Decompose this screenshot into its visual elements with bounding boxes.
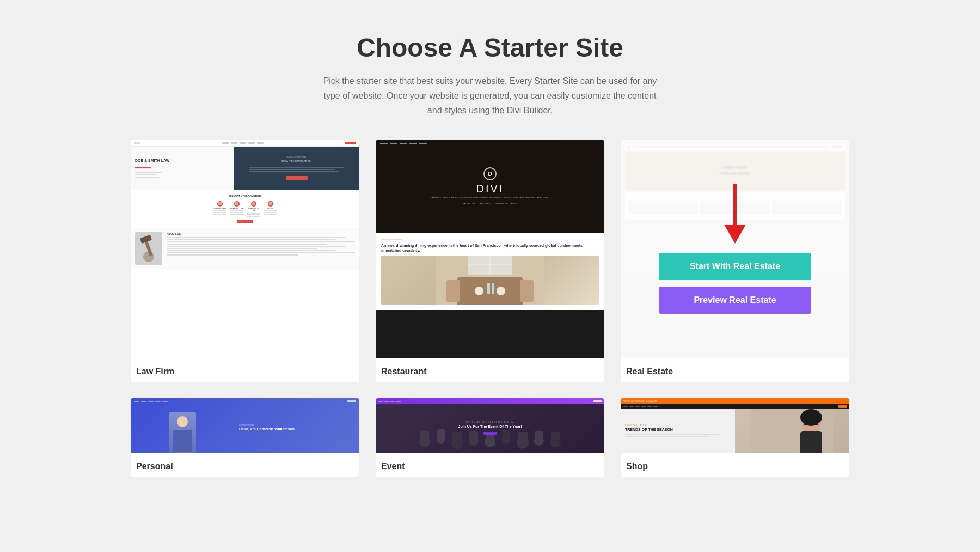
page-title: Choose A Starter Site — [131, 33, 849, 63]
lf-icon — [217, 201, 223, 207]
law-firm-preview: DOE & SMITH LAW BUILDING EXCEPTIONAL GET… — [131, 140, 359, 358]
svg-rect-37 — [800, 431, 822, 453]
lf-hero: DOE & SMITH LAW BUILDING EXCEPTIONAL GET… — [131, 147, 359, 190]
lf-about-line — [167, 241, 355, 242]
lf-hero-right-title: GET A FREE CONSULTATION — [281, 160, 311, 162]
lf-icon-line — [264, 210, 277, 211]
svg-rect-24 — [469, 431, 478, 444]
real-estate-card[interactable]: FIND YOURDREAM HOME Our Listings — [621, 140, 849, 382]
svg-rect-32 — [535, 431, 543, 444]
lf-about-line — [167, 250, 336, 251]
personal-card[interactable]: Business Consultant Hello, I'm Cameron W… — [131, 398, 359, 477]
lf-about-lines — [167, 237, 355, 256]
lf-about-title: ABOUT US — [167, 232, 355, 235]
lf-about-line — [167, 244, 327, 245]
personal-preview: Business Consultant Hello, I'm Cameron W… — [131, 398, 359, 453]
cards-grid: DOE & SMITH LAW BUILDING EXCEPTIONAL GET… — [131, 140, 849, 382]
rest-logo: D — [483, 167, 497, 180]
lf-about-img — [135, 232, 162, 265]
rest-content-tag: DINING EXPERIENCE — [381, 238, 599, 241]
svg-point-8 — [497, 287, 505, 295]
rest-hero: D DIVI IMMERSE YOURSELF IN A WORLD OF EX… — [376, 140, 604, 233]
rest-nav — [376, 140, 604, 148]
lf-icon-line — [230, 212, 243, 213]
restaurant-preview: D DIVI IMMERSE YOURSELF IN A WORLD OF EX… — [376, 140, 604, 358]
svg-point-7 — [475, 287, 483, 295]
shop-hero-title: TRENDS OF THE SEASON — [625, 428, 731, 432]
lf-icon — [268, 201, 273, 207]
lf-hero-left: DOE & SMITH LAW — [131, 147, 234, 190]
lf-nav-links — [222, 142, 264, 144]
lf-about-line — [167, 248, 317, 249]
shop-label: Shop — [621, 453, 849, 477]
lf-hero-right: BUILDING EXCEPTIONAL GET A FREE CONSULTA… — [234, 147, 359, 190]
lf-icon-line — [213, 210, 226, 211]
event-title: Join Us For The Event Of The Year! — [458, 424, 522, 429]
preview-real-estate-button[interactable]: Preview Real Estate — [659, 287, 811, 314]
rest-info-item: SAT-SUN: 11PM — [463, 203, 475, 205]
svg-rect-9 — [487, 283, 490, 294]
event-card[interactable]: SEPTEMBER 5TH, SAN FRANCISCO, CA Join Us… — [376, 398, 604, 477]
rest-nav-link — [380, 143, 388, 144]
real-estate-label: Real Estate — [621, 358, 849, 382]
lf-icon-line — [213, 214, 226, 215]
lf-nav-link — [240, 142, 246, 144]
shop-hero-tag: SHOP THE LATEST — [625, 424, 731, 427]
rest-logo-d: D — [488, 171, 492, 177]
lf-icons-row: CRIMINAL LAW FINANCIAL LAW — [135, 201, 355, 217]
rest-hero-title: DIVI — [476, 183, 504, 195]
arrow-down-icon — [719, 181, 751, 246]
lf-icon-item: CRIMINAL LAW — [213, 201, 226, 217]
rest-content-img — [381, 256, 599, 305]
lf-icon-line — [213, 212, 226, 213]
personal-name: Hello, I'm Cameron Williamson — [239, 427, 354, 432]
lf-about-line — [167, 254, 298, 256]
rest-info-item: MAKE A TABLE — [480, 203, 491, 205]
lf-icon — [251, 201, 256, 207]
lf-about-line — [167, 252, 355, 253]
lf-icon-line — [247, 213, 260, 214]
shop-bar-text: FOR THE NIGHT GOT AT ALL CLEARANCES — [623, 400, 657, 402]
lf-icon-line — [230, 210, 243, 211]
rest-info-item: SAN FRANCISCO, CA 94102 — [495, 203, 517, 205]
lf-icon-line — [264, 214, 277, 215]
event-preview: SEPTEMBER 5TH, SAN FRANCISCO, CA Join Us… — [376, 398, 604, 453]
restaurant-card[interactable]: D DIVI IMMERSE YOURSELF IN A WORLD OF EX… — [376, 140, 604, 382]
rest-hero-info: SAT-SUN: 11PM MAKE A TABLE SAN FRANCISCO… — [463, 203, 517, 205]
svg-rect-20 — [437, 429, 445, 441]
lf-nav-link — [231, 142, 237, 144]
svg-rect-39 — [804, 421, 810, 425]
lf-nav-btn — [345, 142, 356, 144]
personal-label: Personal — [131, 453, 359, 477]
lf-icon-lines: FINANCIAL LAW — [230, 208, 243, 215]
rest-content: DINING EXPERIENCE An award-winning dinin… — [376, 233, 604, 310]
start-real-estate-button[interactable]: Start With Real Estate — [659, 253, 811, 280]
lf-icon-lines: IP LAW — [264, 208, 277, 215]
svg-rect-10 — [492, 283, 494, 294]
law-firm-card[interactable]: DOE & SMITH LAW BUILDING EXCEPTIONAL GET… — [131, 140, 359, 382]
lf-icon-item: CORPORATE LAW — [247, 201, 260, 217]
page-subtitle: Pick the starter site that best suits yo… — [321, 74, 659, 118]
page-container: Choose A Starter Site Pick the starter s… — [109, 0, 871, 509]
lf-about-text: ABOUT US — [167, 232, 355, 265]
svg-rect-5 — [446, 280, 460, 302]
lf-about-line — [167, 237, 346, 238]
lf-icon-line — [247, 216, 260, 217]
lf-icon-line — [247, 214, 260, 215]
rest-nav-link — [400, 143, 407, 144]
lf-about: ABOUT US — [131, 228, 359, 269]
page-header: Choose A Starter Site Pick the starter s… — [131, 33, 849, 118]
lf-section-title: WE GOT YOU COVERED — [135, 195, 355, 198]
lf-logo — [134, 142, 140, 144]
lf-icon-lines: CORPORATE LAW — [247, 208, 260, 217]
svg-rect-30 — [518, 432, 528, 446]
svg-rect-18 — [420, 431, 429, 445]
svg-rect-34 — [551, 432, 560, 445]
restaurant-label: Restaurant — [376, 358, 604, 382]
rest-nav-link — [419, 143, 427, 144]
svg-rect-40 — [812, 421, 818, 425]
lf-about-line — [167, 246, 346, 247]
shop-card[interactable]: FOR THE NIGHT GOT AT ALL CLEARANCES — [621, 398, 849, 477]
lf-nav-link — [257, 142, 264, 144]
lf-hero-title: DOE & SMITH LAW — [135, 159, 229, 163]
